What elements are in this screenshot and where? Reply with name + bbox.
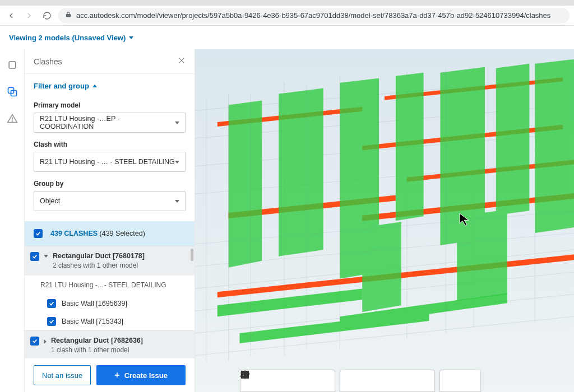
clash-count: 439 CLASHES bbox=[50, 230, 98, 237]
close-panel-button[interactable] bbox=[178, 57, 186, 66]
group-title: Rectangular Duct [7680178] bbox=[53, 252, 145, 260]
clash-summary-row[interactable]: 439 CLASHES (439 Selected) bbox=[25, 221, 195, 246]
group-title: Rectangular Duct [7682636] bbox=[51, 337, 143, 344]
viewer-view-tools bbox=[439, 370, 481, 392]
item-label: Basic Wall [1695639] bbox=[62, 300, 127, 307]
svg-marker-34 bbox=[535, 59, 574, 233]
clash-item-row[interactable]: Basic Wall [1695639] bbox=[25, 295, 195, 312]
group-by-value: Object bbox=[40, 197, 60, 205]
svg-marker-28 bbox=[229, 100, 262, 267]
filter-group-toggle[interactable]: Filter and group bbox=[25, 82, 195, 94]
measure-button[interactable] bbox=[342, 374, 360, 388]
chevron-down-icon bbox=[129, 36, 133, 39]
walk-button[interactable] bbox=[314, 374, 332, 388]
chevron-down-icon bbox=[175, 200, 179, 203]
view-dropdown[interactable]: Viewing 2 models (Unsaved View) bbox=[9, 34, 133, 42]
zoom-box-button[interactable] bbox=[279, 374, 297, 388]
rail-compare-button[interactable] bbox=[6, 85, 19, 99]
primary-model-value: R21 LTU Housing -…EP - COORDINATION bbox=[40, 115, 175, 130]
viewer-nav-tools bbox=[240, 370, 335, 392]
panel-header: Clashes bbox=[25, 49, 195, 74]
panel-body: Filter and group Primary model R21 LTU H… bbox=[25, 74, 195, 358]
list-scrollbar[interactable] bbox=[191, 249, 193, 261]
svg-point-4 bbox=[12, 121, 12, 122]
browser-tabstrip bbox=[0, 0, 574, 6]
clash-selected: (439 Selected) bbox=[100, 230, 145, 237]
model-scene bbox=[195, 49, 574, 392]
forward-button[interactable] bbox=[22, 9, 36, 22]
back-button[interactable] bbox=[4, 9, 18, 22]
filter-header-label: Filter and group bbox=[34, 82, 89, 90]
look-button[interactable] bbox=[297, 374, 314, 388]
expand-toggle[interactable] bbox=[44, 339, 47, 344]
app-bar: Viewing 2 models (Unsaved View) bbox=[0, 26, 574, 49]
chevron-down-icon bbox=[175, 161, 179, 164]
create-issue-label: Create Issue bbox=[124, 371, 168, 380]
model-viewer[interactable] bbox=[195, 49, 574, 392]
viewer-analysis-tools bbox=[340, 370, 435, 392]
viewer-toolbar bbox=[240, 370, 481, 392]
clash-with-select[interactable]: R21 LTU Housing - … - STEEL DETAILING bbox=[34, 152, 186, 172]
create-issue-button[interactable]: + Create Issue bbox=[96, 365, 186, 385]
url-text: acc.autodesk.com/model/viewer/projects/5… bbox=[76, 11, 550, 20]
layers-button[interactable] bbox=[396, 374, 414, 388]
group-checkbox[interactable] bbox=[30, 252, 39, 261]
svg-marker-29 bbox=[279, 88, 323, 256]
left-rail bbox=[0, 49, 25, 392]
svg-marker-31 bbox=[396, 73, 424, 221]
fullscreen-button[interactable] bbox=[460, 374, 478, 388]
svg-rect-0 bbox=[9, 62, 16, 68]
group-model-header: R21 LTU Housing -…- STEEL DETAILING bbox=[25, 275, 195, 295]
lock-icon bbox=[65, 11, 72, 20]
clash-group-row[interactable]: Rectangular Duct [7682636] 1 clash with … bbox=[25, 330, 195, 358]
primary-model-select[interactable]: R21 LTU Housing -…EP - COORDINATION bbox=[34, 113, 186, 133]
chevron-up-icon bbox=[92, 85, 97, 87]
group-subtitle: 1 clash with 1 other model bbox=[51, 346, 143, 354]
clash-item-row[interactable]: Basic Wall [715343] bbox=[25, 312, 195, 330]
clash-with-value: R21 LTU Housing - … - STEEL DETAILING bbox=[40, 158, 175, 166]
view-label: Viewing 2 models (Unsaved View) bbox=[9, 34, 126, 42]
panel-title: Clashes bbox=[34, 57, 62, 66]
expand-toggle[interactable] bbox=[44, 255, 48, 258]
browser-toolbar: acc.autodesk.com/model/viewer/projects/5… bbox=[0, 6, 574, 26]
group-subtitle: 2 clashes with 1 other model bbox=[53, 262, 145, 269]
item-checkbox[interactable] bbox=[47, 299, 56, 308]
settings-button[interactable] bbox=[414, 374, 432, 388]
rail-models-button[interactable] bbox=[6, 58, 19, 72]
svg-marker-35 bbox=[362, 222, 401, 312]
group-by-label: Group by bbox=[25, 172, 195, 191]
not-an-issue-label: Not an issue bbox=[42, 371, 82, 380]
item-checkbox[interactable] bbox=[47, 317, 56, 326]
chevron-down-icon bbox=[175, 122, 179, 124]
main-area: Clashes Filter and group Primary model R… bbox=[0, 49, 574, 392]
not-an-issue-button[interactable]: Not an issue bbox=[34, 365, 91, 385]
rail-issues-button[interactable] bbox=[6, 112, 19, 125]
group-checkbox[interactable] bbox=[30, 337, 39, 346]
clashes-panel: Clashes Filter and group Primary model R… bbox=[25, 49, 195, 392]
svg-marker-33 bbox=[496, 64, 530, 215]
group-by-select[interactable]: Object bbox=[34, 191, 186, 211]
section-button[interactable] bbox=[360, 374, 378, 388]
primary-model-label: Primary model bbox=[25, 94, 195, 113]
explode-button[interactable] bbox=[378, 374, 396, 388]
reload-button[interactable] bbox=[40, 9, 54, 22]
address-bar[interactable]: acc.autodesk.com/model/viewer/projects/5… bbox=[58, 8, 570, 24]
summary-checkbox[interactable] bbox=[34, 229, 43, 238]
item-label: Basic Wall [715343] bbox=[62, 318, 123, 325]
plus-icon: + bbox=[114, 370, 119, 380]
panel-actions: Not an issue + Create Issue bbox=[25, 358, 195, 392]
pan-button[interactable] bbox=[261, 374, 279, 388]
clash-with-label: Clash with bbox=[25, 133, 195, 152]
clash-group-row[interactable]: Rectangular Duct [7680178] 2 clashes wit… bbox=[25, 246, 195, 275]
properties-button[interactable] bbox=[442, 374, 460, 388]
